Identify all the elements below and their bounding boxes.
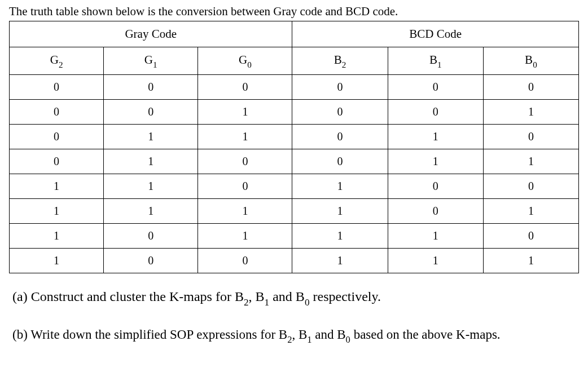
table-row: 0 0 0 0 0 0 <box>10 75 579 100</box>
cell: 1 <box>388 125 483 149</box>
cell: 0 <box>104 100 198 125</box>
table-section-header: Gray Code BCD Code <box>10 21 579 47</box>
cell: 0 <box>292 149 388 174</box>
cell: 1 <box>10 174 104 199</box>
cell: 0 <box>388 100 483 125</box>
col-g0: G0 <box>198 47 292 75</box>
cell: 1 <box>292 174 388 199</box>
table-row: 1 0 1 1 1 0 <box>10 224 579 249</box>
cell: 0 <box>10 125 104 149</box>
col-b1: B1 <box>388 47 483 75</box>
cell: 1 <box>483 249 578 273</box>
cell: 1 <box>292 249 388 273</box>
cell: 1 <box>483 149 578 174</box>
gray-code-header: Gray Code <box>10 21 292 47</box>
cell: 0 <box>388 174 483 199</box>
cell: 0 <box>483 125 578 149</box>
cell: 1 <box>104 125 198 149</box>
cell: 0 <box>198 149 292 174</box>
cell: 0 <box>10 149 104 174</box>
cell: 1 <box>388 149 483 174</box>
truth-table: Gray Code BCD Code G2 G1 G0 B2 B1 B0 0 0… <box>9 21 579 273</box>
cell: 0 <box>483 174 578 199</box>
table-row: 1 1 1 1 0 1 <box>10 199 579 224</box>
col-g1: G1 <box>104 47 198 75</box>
table-column-header: G2 G1 G0 B2 B1 B0 <box>10 47 579 75</box>
cell: 1 <box>10 199 104 224</box>
table-row: 1 0 0 1 1 1 <box>10 249 579 273</box>
cell: 1 <box>198 100 292 125</box>
col-b0: B0 <box>483 47 578 75</box>
cell: 1 <box>198 125 292 149</box>
cell: 0 <box>292 125 388 149</box>
cell: 0 <box>388 75 483 100</box>
cell: 0 <box>198 174 292 199</box>
cell: 1 <box>104 199 198 224</box>
table-row: 0 0 1 0 0 1 <box>10 100 579 125</box>
cell: 0 <box>104 224 198 249</box>
table-row: 0 1 1 0 1 0 <box>10 125 579 149</box>
cell: 0 <box>292 75 388 100</box>
cell: 1 <box>198 199 292 224</box>
table-row: 0 1 0 0 1 1 <box>10 149 579 174</box>
cell: 1 <box>388 249 483 273</box>
cell: 1 <box>292 199 388 224</box>
cell: 0 <box>198 249 292 273</box>
table-row: 1 1 0 1 0 0 <box>10 174 579 199</box>
cell: 1 <box>10 249 104 273</box>
cell: 1 <box>388 224 483 249</box>
col-g2: G2 <box>10 47 104 75</box>
intro-text: The truth table shown below is the conve… <box>9 5 579 19</box>
bcd-code-header: BCD Code <box>292 21 579 47</box>
col-b2: B2 <box>292 47 388 75</box>
cell: 1 <box>104 174 198 199</box>
cell: 1 <box>483 100 578 125</box>
cell: 1 <box>483 199 578 224</box>
cell: 0 <box>10 75 104 100</box>
cell: 0 <box>483 75 578 100</box>
cell: 0 <box>104 249 198 273</box>
cell: 0 <box>10 100 104 125</box>
cell: 1 <box>10 224 104 249</box>
question-a: (a) Construct and cluster the K-maps for… <box>12 289 579 307</box>
question-b: (b) Write down the simplified SOP expres… <box>12 327 579 345</box>
cell: 0 <box>292 100 388 125</box>
cell: 0 <box>198 75 292 100</box>
cell: 1 <box>198 224 292 249</box>
cell: 1 <box>292 224 388 249</box>
cell: 1 <box>104 149 198 174</box>
cell: 0 <box>483 224 578 249</box>
cell: 0 <box>104 75 198 100</box>
cell: 0 <box>388 199 483 224</box>
